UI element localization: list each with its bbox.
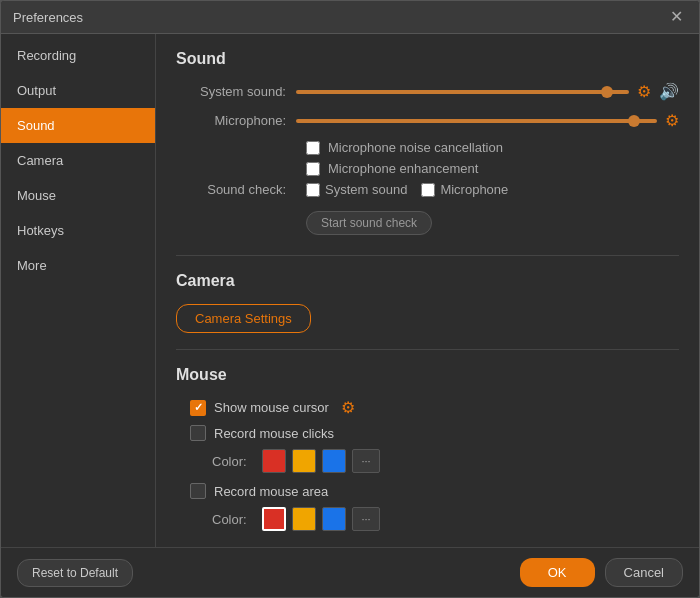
mouse-section-title: Mouse <box>176 366 679 384</box>
system-sound-slider[interactable] <box>296 90 629 94</box>
show-cursor-row: Show mouse cursor ⚙ <box>190 398 679 417</box>
area-color-label: Color: <box>212 512 252 527</box>
system-sound-row: System sound: ⚙ 🔊 <box>176 82 679 101</box>
microphone-check-label: Microphone <box>440 182 508 197</box>
microphone-slider-container: ⚙ <box>296 111 679 130</box>
system-sound-check-option: System sound <box>306 182 407 197</box>
record-clicks-checkbox[interactable] <box>190 425 206 441</box>
noise-cancellation-row: Microphone noise cancellation <box>306 140 679 155</box>
close-button[interactable]: ✕ <box>666 9 687 25</box>
microphone-gear-icon[interactable]: ⚙ <box>665 111 679 130</box>
footer: Reset to Default OK Cancel <box>1 547 699 597</box>
area-color-row: Color: ··· <box>212 507 679 531</box>
clicks-color-red[interactable] <box>262 449 286 473</box>
camera-settings-button[interactable]: Camera Settings <box>176 304 311 333</box>
microphone-label: Microphone: <box>176 113 296 128</box>
system-sound-slider-container: ⚙ 🔊 <box>296 82 679 101</box>
clicks-color-row: Color: ··· <box>212 449 679 473</box>
camera-section-title: Camera <box>176 272 679 290</box>
record-area-row: Record mouse area <box>190 483 679 499</box>
sidebar-item-hotkeys[interactable]: Hotkeys <box>1 213 155 248</box>
preferences-dialog: Preferences ✕ Recording Output Sound Cam… <box>0 0 700 598</box>
clicks-color-yellow[interactable] <box>292 449 316 473</box>
microphone-slider[interactable] <box>296 119 657 123</box>
enhancement-label: Microphone enhancement <box>328 161 478 176</box>
microphone-check-option: Microphone <box>421 182 508 197</box>
sidebar-item-sound[interactable]: Sound <box>1 108 155 143</box>
clicks-color-label: Color: <box>212 454 252 469</box>
sound-check-row: Sound check: System sound Microphone <box>176 182 679 197</box>
enhancement-checkbox[interactable] <box>306 162 320 176</box>
clicks-color-blue[interactable] <box>322 449 346 473</box>
area-color-blue[interactable] <box>322 507 346 531</box>
dialog-title: Preferences <box>13 10 83 25</box>
divider-2 <box>176 349 679 350</box>
sidebar-item-mouse[interactable]: Mouse <box>1 178 155 213</box>
system-sound-check-label: System sound <box>325 182 407 197</box>
main-layout: Recording Output Sound Camera Mouse Hotk… <box>1 34 699 547</box>
sound-section-title: Sound <box>176 50 679 68</box>
show-cursor-gear-icon[interactable]: ⚙ <box>341 398 355 417</box>
record-clicks-label: Record mouse clicks <box>214 426 334 441</box>
footer-right: OK Cancel <box>520 558 683 587</box>
microphone-check-checkbox[interactable] <box>421 183 435 197</box>
system-sound-gear-icon[interactable]: ⚙ <box>637 82 651 101</box>
start-sound-check-button[interactable]: Start sound check <box>306 211 432 235</box>
enhancement-row: Microphone enhancement <box>306 161 679 176</box>
sidebar-item-recording[interactable]: Recording <box>1 38 155 73</box>
area-color-red[interactable] <box>262 507 286 531</box>
sidebar-item-more[interactable]: More <box>1 248 155 283</box>
title-bar: Preferences ✕ <box>1 1 699 34</box>
sidebar: Recording Output Sound Camera Mouse Hotk… <box>1 34 156 547</box>
reset-button[interactable]: Reset to Default <box>17 559 133 587</box>
record-area-checkbox[interactable] <box>190 483 206 499</box>
noise-cancellation-label: Microphone noise cancellation <box>328 140 503 155</box>
system-sound-check-checkbox[interactable] <box>306 183 320 197</box>
system-sound-label: System sound: <box>176 84 296 99</box>
sound-check-options: System sound Microphone <box>306 182 508 197</box>
area-color-yellow[interactable] <box>292 507 316 531</box>
record-area-label: Record mouse area <box>214 484 328 499</box>
cancel-button[interactable]: Cancel <box>605 558 683 587</box>
record-clicks-row: Record mouse clicks <box>190 425 679 441</box>
mouse-section: Show mouse cursor ⚙ Record mouse clicks … <box>176 398 679 531</box>
system-sound-speaker-icon: 🔊 <box>659 82 679 101</box>
clicks-more-colors-button[interactable]: ··· <box>352 449 380 473</box>
sidebar-item-output[interactable]: Output <box>1 73 155 108</box>
divider-1 <box>176 255 679 256</box>
sound-check-label: Sound check: <box>176 182 296 197</box>
ok-button[interactable]: OK <box>520 558 595 587</box>
show-cursor-checkbox[interactable] <box>190 400 206 416</box>
content-area: Sound System sound: ⚙ 🔊 Microphone: ⚙ <box>156 34 699 547</box>
area-more-colors-button[interactable]: ··· <box>352 507 380 531</box>
microphone-row: Microphone: ⚙ <box>176 111 679 130</box>
sidebar-item-camera[interactable]: Camera <box>1 143 155 178</box>
show-cursor-label: Show mouse cursor <box>214 400 329 415</box>
noise-cancellation-checkbox[interactable] <box>306 141 320 155</box>
